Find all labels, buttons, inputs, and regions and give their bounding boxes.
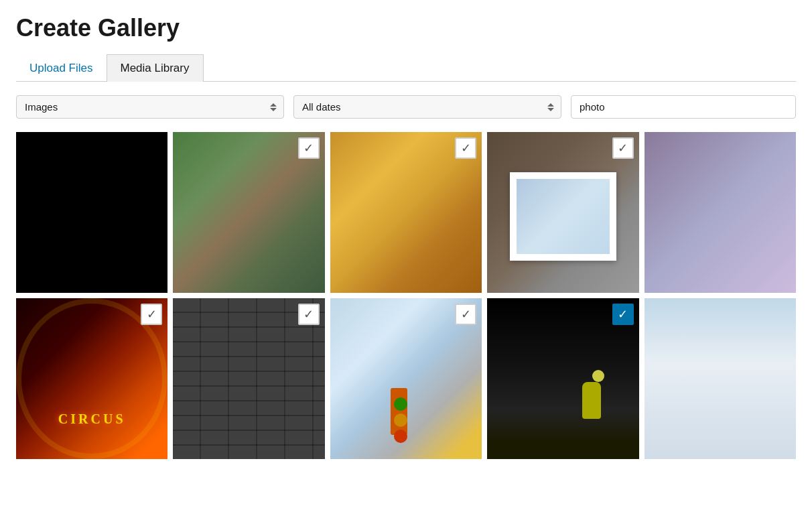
gallery-item-2[interactable]: ✓: [173, 132, 324, 293]
filter-type-select[interactable]: Images All media items Audio Video: [16, 95, 284, 119]
gallery-item-5[interactable]: [645, 132, 796, 293]
gallery-item-1[interactable]: [16, 132, 167, 293]
check-overlay-6[interactable]: ✓: [141, 304, 162, 325]
page-title: Create Gallery: [16, 13, 796, 42]
check-overlay-2[interactable]: ✓: [298, 137, 320, 159]
checkmark-2: ✓: [303, 142, 314, 154]
tab-media-library[interactable]: Media Library: [107, 54, 204, 82]
check-overlay-8[interactable]: ✓: [455, 304, 476, 325]
gallery-item-10[interactable]: [645, 298, 796, 459]
tabs-row: Upload Files Media Library: [16, 54, 796, 82]
check-overlay-9[interactable]: ✓: [612, 304, 634, 325]
gallery-item-9[interactable]: ✓: [487, 298, 638, 459]
gallery-item-8[interactable]: ✓: [330, 298, 482, 459]
filter-date-select[interactable]: All dates January 2024 February 2024: [293, 95, 561, 119]
gallery-item-3[interactable]: ✓: [330, 132, 482, 293]
check-overlay-4[interactable]: ✓: [612, 137, 634, 159]
checkmark-4: ✓: [618, 142, 628, 154]
checkmark-9: ✓: [618, 308, 628, 320]
gallery-grid: ✓ ✓ ✓ CIRCUS: [16, 132, 796, 459]
gallery-item-6[interactable]: CIRCUS ✓: [16, 298, 167, 459]
filters-row: Images All media items Audio Video All d…: [16, 95, 796, 119]
tab-upload-files[interactable]: Upload Files: [16, 54, 107, 82]
gallery-item-7[interactable]: ✓: [173, 298, 324, 459]
gallery-item-4[interactable]: ✓: [487, 132, 638, 293]
search-input[interactable]: [571, 95, 796, 119]
checkmark-6: ✓: [147, 308, 157, 320]
checkmark-7: ✓: [303, 308, 314, 320]
check-overlay-7[interactable]: ✓: [298, 304, 320, 325]
checkmark-8: ✓: [461, 308, 471, 320]
check-overlay-3[interactable]: ✓: [455, 137, 476, 159]
checkmark-3: ✓: [461, 142, 471, 154]
